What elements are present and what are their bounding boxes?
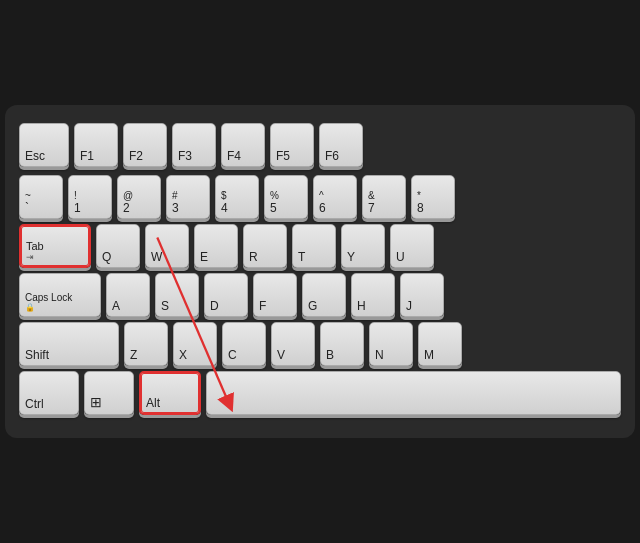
keyboard: Esc F1 F2 F3 F4 F5 F6 ~ ` ! 1 @ bbox=[5, 105, 635, 438]
key-5[interactable]: % 5 bbox=[264, 175, 308, 219]
key-f4[interactable]: F4 bbox=[221, 123, 265, 167]
key-w[interactable]: W bbox=[145, 224, 189, 268]
key-caps-lock[interactable]: Caps Lock 🔒 bbox=[19, 273, 101, 317]
key-h[interactable]: H bbox=[351, 273, 395, 317]
key-z[interactable]: Z bbox=[124, 322, 168, 366]
key-q[interactable]: Q bbox=[96, 224, 140, 268]
key-ctrl[interactable]: Ctrl bbox=[19, 371, 79, 415]
key-6[interactable]: ^ 6 bbox=[313, 175, 357, 219]
key-u[interactable]: U bbox=[390, 224, 434, 268]
key-c[interactable]: C bbox=[222, 322, 266, 366]
key-a[interactable]: A bbox=[106, 273, 150, 317]
key-alt[interactable]: Alt bbox=[139, 371, 201, 415]
function-row: Esc F1 F2 F3 F4 F5 F6 bbox=[19, 123, 621, 167]
key-n[interactable]: N bbox=[369, 322, 413, 366]
key-t[interactable]: T bbox=[292, 224, 336, 268]
key-j[interactable]: J bbox=[400, 273, 444, 317]
key-space[interactable] bbox=[206, 371, 621, 415]
key-tab[interactable]: Tab ⇥ bbox=[19, 224, 91, 268]
key-g[interactable]: G bbox=[302, 273, 346, 317]
key-win[interactable]: ⊞ bbox=[84, 371, 134, 415]
key-8[interactable]: * 8 bbox=[411, 175, 455, 219]
key-f[interactable]: F bbox=[253, 273, 297, 317]
zxcv-row: Shift Z X C V B N M bbox=[19, 322, 621, 366]
number-row: ~ ` ! 1 @ 2 # 3 $ 4 % 5 ^ 6 & 7 bbox=[19, 175, 621, 219]
key-f5[interactable]: F5 bbox=[270, 123, 314, 167]
key-e[interactable]: E bbox=[194, 224, 238, 268]
key-shift[interactable]: Shift bbox=[19, 322, 119, 366]
key-f1[interactable]: F1 bbox=[74, 123, 118, 167]
key-4[interactable]: $ 4 bbox=[215, 175, 259, 219]
key-s[interactable]: S bbox=[155, 273, 199, 317]
key-b[interactable]: B bbox=[320, 322, 364, 366]
key-f2[interactable]: F2 bbox=[123, 123, 167, 167]
key-3[interactable]: # 3 bbox=[166, 175, 210, 219]
key-v[interactable]: V bbox=[271, 322, 315, 366]
key-x[interactable]: X bbox=[173, 322, 217, 366]
key-2[interactable]: @ 2 bbox=[117, 175, 161, 219]
asdf-row: Caps Lock 🔒 A S D F G H J bbox=[19, 273, 621, 317]
key-m[interactable]: M bbox=[418, 322, 462, 366]
key-f3[interactable]: F3 bbox=[172, 123, 216, 167]
key-7[interactable]: & 7 bbox=[362, 175, 406, 219]
key-esc[interactable]: Esc bbox=[19, 123, 69, 167]
bottom-row: Ctrl ⊞ Alt bbox=[19, 371, 621, 415]
key-f6[interactable]: F6 bbox=[319, 123, 363, 167]
key-r[interactable]: R bbox=[243, 224, 287, 268]
key-d[interactable]: D bbox=[204, 273, 248, 317]
key-1[interactable]: ! 1 bbox=[68, 175, 112, 219]
qwerty-row: Tab ⇥ Q W E R T Y U bbox=[19, 224, 621, 268]
esc-label: Esc bbox=[25, 150, 45, 162]
key-y[interactable]: Y bbox=[341, 224, 385, 268]
key-tilde[interactable]: ~ ` bbox=[19, 175, 63, 219]
